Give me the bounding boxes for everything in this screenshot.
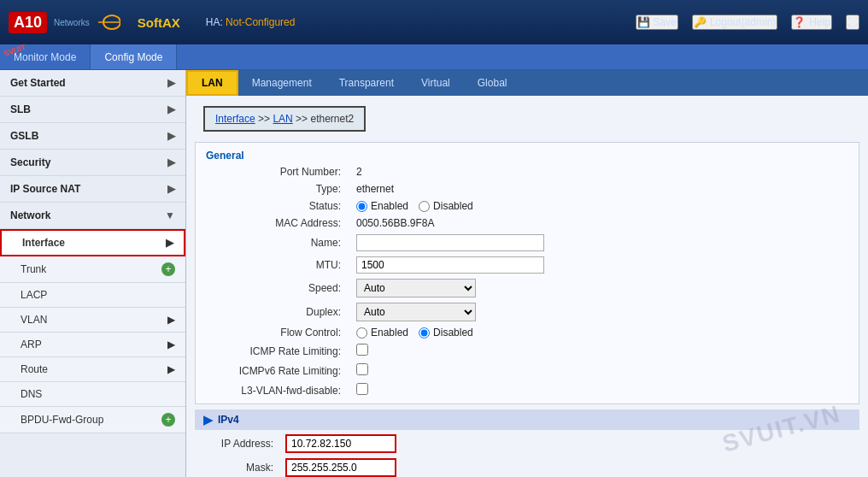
icmpv6-row: ICMPv6 Rate Limiting:: [196, 361, 859, 380]
sidebar-item-get-started[interactable]: Get Started ▶: [0, 70, 185, 97]
sidebar-item-ip-source-nat[interactable]: IP Source NAT ▶: [0, 176, 185, 203]
l3vlan-label: L3-VLAN-fwd-disable:: [196, 380, 349, 400]
breadcrumb-sep1: >>: [258, 113, 273, 125]
arrow-icon: ▶: [167, 314, 175, 326]
duplex-cell: Auto Full Half: [349, 300, 859, 324]
speed-label: Speed:: [196, 276, 349, 300]
logo-a10: A10: [9, 12, 47, 33]
chevron-down-icon: ▼: [165, 209, 175, 221]
ha-label: HA: Not-Configured: [206, 16, 296, 28]
duplex-row: Duplex: Auto Full Half: [196, 300, 859, 324]
port-number-label: Port Number:: [196, 163, 349, 180]
sidebar: Get Started ▶ SLB ▶ GSLB ▶ Security ▶ IP…: [0, 70, 186, 477]
type-row: Type: ethernet: [196, 180, 859, 197]
arrow-icon: ▶: [167, 77, 175, 89]
port-number-value: 2: [349, 163, 859, 180]
sidebar-sub-vlan[interactable]: VLAN ▶: [0, 308, 185, 333]
sidebar-item-get-started-label: Get Started: [10, 77, 66, 89]
expand-button[interactable]: ⛶: [846, 15, 859, 30]
status-radio-group: Enabled Disabled: [356, 200, 852, 212]
tab-config-mode[interactable]: Config Mode: [91, 44, 177, 69]
ipv4-icon: ▶: [203, 413, 213, 427]
tab-management[interactable]: Management: [238, 70, 326, 96]
ha-link[interactable]: Not-Configured: [226, 16, 295, 28]
general-form-table: Port Number: 2 Type: ethernet Status:: [196, 163, 859, 400]
sidebar-sub-bpdu-fwd-group[interactable]: BPDU-Fwd-Group +: [0, 407, 185, 433]
icmp-cell: [349, 341, 859, 361]
name-input[interactable]: [356, 234, 544, 251]
mask-row: Mask:: [195, 456, 859, 477]
status-enabled-radio[interactable]: [356, 201, 367, 212]
status-disabled-radio[interactable]: [419, 201, 430, 212]
mask-label: Mask:: [195, 462, 280, 474]
icmp-checkbox[interactable]: [356, 344, 368, 356]
sidebar-sub-lacp[interactable]: LACP: [0, 283, 185, 308]
speed-select[interactable]: Auto 10 100 1000: [356, 279, 476, 297]
flow-enabled-option[interactable]: Enabled: [356, 327, 408, 339]
sidebar-sub-route[interactable]: Route ▶: [0, 357, 185, 382]
sidebar-sub-trunk[interactable]: Trunk +: [0, 256, 185, 283]
flow-disabled-option[interactable]: Disabled: [419, 327, 473, 339]
header-right: 💾 Save 🔑 Logout(admin) ❓ Help ⛶: [636, 15, 859, 30]
sidebar-item-network[interactable]: Network ▼: [0, 203, 185, 229]
logout-icon: 🔑: [694, 16, 707, 28]
l3vlan-cell: [349, 380, 859, 400]
type-label: Type:: [196, 180, 349, 197]
status-enabled-option[interactable]: Enabled: [356, 200, 408, 212]
sidebar-sub-dns-label: DNS: [21, 388, 42, 400]
arrow-icon: ▶: [167, 130, 175, 142]
l3vlan-row: L3-VLAN-fwd-disable:: [196, 380, 859, 400]
mtu-row: MTU:: [196, 254, 859, 276]
arrow-icon: ▶: [167, 103, 175, 115]
logout-button[interactable]: 🔑 Logout(admin): [692, 15, 777, 30]
tab-global[interactable]: Global: [464, 70, 521, 96]
sidebar-item-gslb[interactable]: GSLB ▶: [0, 123, 185, 150]
add-bpdu-icon[interactable]: +: [161, 413, 175, 427]
sidebar-item-slb[interactable]: SLB ▶: [0, 97, 185, 123]
save-button[interactable]: 💾 Save: [636, 15, 678, 30]
ip-address-row: IP Address:: [195, 432, 859, 456]
breadcrumb-sep2: >>: [296, 113, 310, 125]
speed-row: Speed: Auto 10 100 1000: [196, 276, 859, 300]
tab-monitor-mode[interactable]: Monitor Mode SVUIT: [0, 44, 91, 69]
flow-disabled-radio[interactable]: [419, 327, 430, 339]
icmpv6-checkbox[interactable]: [356, 363, 368, 375]
mtu-label: MTU:: [196, 254, 349, 276]
breadcrumb-interface-link[interactable]: Interface: [215, 113, 255, 125]
tab-lan[interactable]: LAN: [186, 70, 238, 96]
icmpv6-cell: [349, 361, 859, 380]
tab-virtual[interactable]: Virtual: [408, 70, 464, 96]
arrow-icon: ▶: [167, 339, 175, 350]
l3vlan-checkbox[interactable]: [356, 383, 368, 395]
header: A10 Networks SoftAX HA: Not-Configured 💾…: [0, 0, 868, 44]
type-value: ethernet: [349, 180, 859, 197]
status-disabled-option[interactable]: Disabled: [419, 200, 473, 212]
breadcrumb-lan-link[interactable]: LAN: [273, 113, 292, 125]
flow-enabled-radio[interactable]: [356, 327, 367, 339]
ip-address-input[interactable]: [285, 434, 396, 453]
status-label: Status:: [196, 197, 349, 215]
ipv4-title: IPv4: [218, 414, 239, 426]
sidebar-sub-trunk-label: Trunk: [21, 263, 46, 275]
mask-input[interactable]: [285, 458, 396, 477]
sidebar-item-security[interactable]: Security ▶: [0, 150, 185, 176]
add-trunk-icon[interactable]: +: [161, 262, 175, 276]
content-area: LAN Management Transparent Virtual Globa…: [186, 70, 868, 477]
sidebar-sub-interface[interactable]: Interface ▶: [0, 229, 185, 256]
flow-control-cell: Enabled Disabled: [349, 324, 859, 341]
port-number-row: Port Number: 2: [196, 163, 859, 180]
duplex-label: Duplex:: [196, 300, 349, 324]
icmp-row: ICMP Rate Limiting:: [196, 341, 859, 361]
breadcrumb-container: Interface >> LAN >> ethernet2: [195, 101, 859, 137]
sidebar-sub-vlan-label: VLAN: [21, 314, 47, 326]
tab-transparent[interactable]: Transparent: [326, 70, 408, 96]
help-button[interactable]: ❓ Help: [791, 15, 832, 30]
flow-control-radio-group: Enabled Disabled: [356, 327, 852, 339]
logo-icon: [95, 13, 120, 32]
sidebar-sub-arp[interactable]: ARP ▶: [0, 333, 185, 357]
main-layout: Get Started ▶ SLB ▶ GSLB ▶ Security ▶ IP…: [0, 70, 868, 477]
mtu-input[interactable]: [356, 256, 544, 274]
duplex-select[interactable]: Auto Full Half: [356, 303, 476, 321]
sidebar-sub-dns[interactable]: DNS: [0, 382, 185, 407]
sidebar-sub-lacp-label: LACP: [21, 289, 47, 301]
